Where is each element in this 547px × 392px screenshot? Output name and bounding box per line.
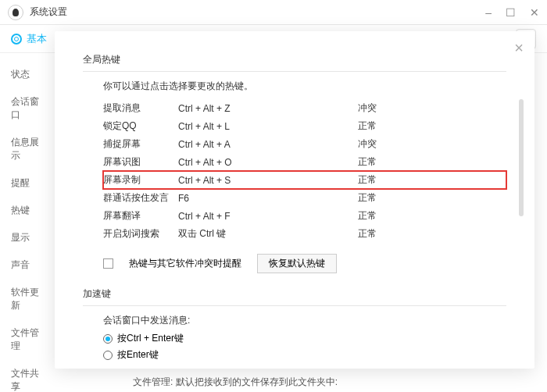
hotkey-key: Ctrl + Alt + S [178,175,358,186]
sidebar-item-update[interactable]: 软件更新 [0,279,56,319]
hotkey-row[interactable]: 开启划词搜索双击 Ctrl 键正常 [103,225,506,243]
hotkey-hint: 你可以通过点击选择要更改的热键。 [103,80,506,93]
radio-icon [103,334,113,344]
scrollbar[interactable] [519,99,524,216]
hotkey-name: 捕捉屏幕 [103,137,178,151]
hotkey-name: 锁定QQ [103,119,178,133]
hotkey-key: Ctrl + Alt + L [178,121,358,132]
send-label: 会话窗口中发送消息: [103,314,506,327]
hotkey-key: F6 [178,193,358,204]
hotkey-row[interactable]: 群通话按住发言F6正常 [103,189,506,207]
hotkey-name: 提取消息 [103,102,178,115]
hotkey-name: 屏幕录制 [103,173,178,187]
conflict-checkbox[interactable] [103,258,113,269]
minimize-button[interactable]: – [485,6,492,19]
hotkey-status: 正常 [358,227,397,241]
bottom-hint: 文件管理: 默认把接收到的文件保存到此文件夹中: [133,376,338,389]
window-title: 系统设置 [30,5,67,19]
conflict-checkbox-label: 热键与其它软件冲突时提醒 [129,257,241,270]
hotkey-row[interactable]: 屏幕录制Ctrl + Alt + S正常 [103,171,506,189]
maximize-button[interactable]: ☐ [506,6,516,19]
hotkey-row[interactable]: 提取消息Ctrl + Alt + Z冲突 [103,99,506,117]
hotkey-status: 冲突 [358,102,397,115]
hotkey-key: Ctrl + Alt + Z [178,103,358,114]
global-hotkey-title: 全局热键 [83,53,506,72]
hotkey-status: 正常 [358,191,397,205]
hotkey-name: 屏幕翻译 [103,209,178,223]
sidebar-item-file-share[interactable]: 文件共享 [0,360,56,392]
hotkey-row[interactable]: 屏幕识图Ctrl + Alt + O正常 [103,153,506,171]
hotkey-key: Ctrl + Alt + A [178,139,358,150]
hotkey-key: Ctrl + Alt + O [178,157,358,168]
titlebar: 系统设置 – ☐ ✕ [0,0,547,25]
sidebar: 状态 会话窗口 信息展示 提醒 热键 显示 声音 软件更新 文件管理 文件共享 … [0,53,56,392]
hotkey-status: 正常 [358,173,397,187]
sidebar-item-display[interactable]: 显示 [0,224,56,251]
hotkey-dialog: × 全局热键 你可以通过点击选择要更改的热键。 提取消息Ctrl + Alt +… [55,31,534,369]
hotkey-key: Ctrl + Alt + F [178,211,358,222]
send-option-ctrl-enter[interactable]: 按Ctrl + Enter键 [103,332,506,345]
gear-icon [11,34,22,45]
sidebar-item-hotkey[interactable]: 热键 [0,197,56,224]
sidebar-item-file-manage[interactable]: 文件管理 [0,319,56,360]
hotkey-list: 提取消息Ctrl + Alt + Z冲突锁定QQCtrl + Alt + L正常… [103,99,506,243]
hotkey-name: 开启划词搜索 [103,227,178,241]
hotkey-key: 双击 Ctrl 键 [178,227,358,241]
tab-basic-label: 基本 [27,32,47,46]
hotkey-name: 群通话按住发言 [103,191,178,205]
dialog-close-button[interactable]: × [514,39,524,57]
hotkey-row[interactable]: 屏幕翻译Ctrl + Alt + F正常 [103,207,506,225]
hotkey-status: 正常 [358,119,397,133]
radio-icon [103,351,113,360]
hotkey-status: 冲突 [358,137,397,151]
tab-basic[interactable]: 基本 [11,32,47,46]
sidebar-item-status[interactable]: 状态 [0,61,56,88]
sidebar-item-info-display[interactable]: 信息展示 [0,129,56,169]
qq-logo-icon [8,5,23,20]
send-option-enter[interactable]: 按Enter键 [103,348,506,362]
hotkey-row[interactable]: 锁定QQCtrl + Alt + L正常 [103,117,506,135]
sidebar-item-chat-window[interactable]: 会话窗口 [0,88,56,129]
hotkey-status: 正常 [358,155,397,169]
sidebar-item-notify[interactable]: 提醒 [0,169,56,197]
hotkey-row[interactable]: 捕捉屏幕Ctrl + Alt + A冲突 [103,135,506,153]
hotkey-status: 正常 [358,209,397,223]
restore-default-button[interactable]: 恢复默认热键 [257,254,337,273]
send-opt1-label: 按Ctrl + Enter键 [117,332,184,345]
hotkey-name: 屏幕识图 [103,155,178,169]
close-window-button[interactable]: ✕ [530,6,539,19]
window-controls: – ☐ ✕ [485,6,539,19]
sidebar-item-sound[interactable]: 声音 [0,251,56,279]
accel-title: 加速键 [83,287,506,306]
send-opt2-label: 按Enter键 [117,348,159,362]
